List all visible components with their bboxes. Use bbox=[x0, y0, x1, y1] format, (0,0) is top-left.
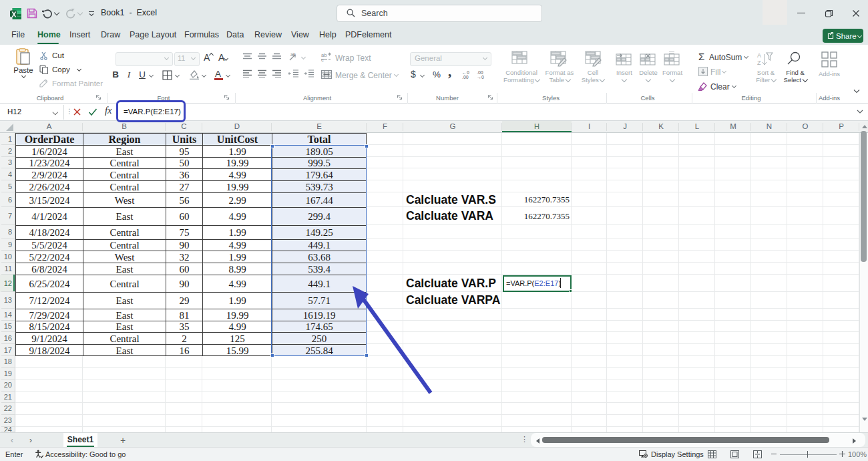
svg-text:→0: →0 bbox=[477, 75, 484, 79]
svg-text:c: c bbox=[321, 57, 324, 61]
svg-text:←0: ←0 bbox=[462, 70, 469, 75]
svg-text:ab: ab bbox=[290, 52, 296, 57]
svg-text:.00: .00 bbox=[477, 70, 483, 75]
svg-text:.00: .00 bbox=[462, 75, 469, 79]
svg-text:A: A bbox=[757, 52, 761, 59]
svg-text:Z: Z bbox=[757, 59, 761, 66]
